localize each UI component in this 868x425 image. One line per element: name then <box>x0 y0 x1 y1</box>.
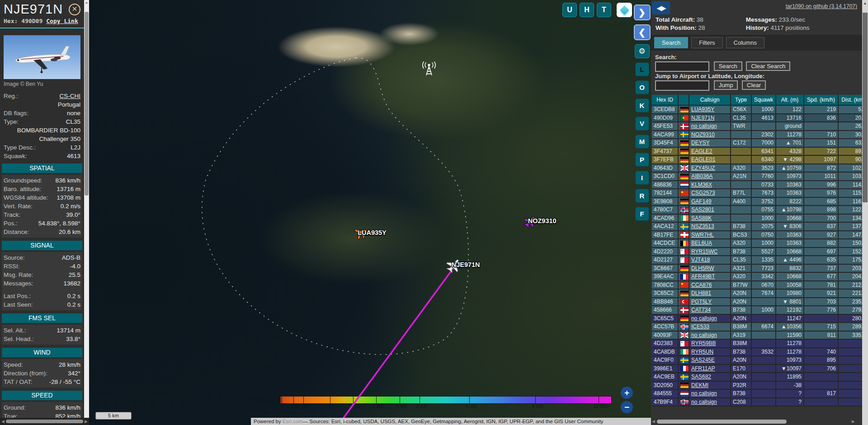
table-row[interactable]: 3D2050DEKMIP32R-38-17 <box>652 381 862 390</box>
tab-columns[interactable]: Columns <box>726 37 764 48</box>
callsign-link[interactable]: NJE971N <box>691 115 714 121</box>
letter-button-v[interactable]: V <box>635 117 649 131</box>
callsign-link[interactable]: AFR49BT <box>691 273 715 280</box>
search-button[interactable]: Search <box>714 61 742 71</box>
table-row[interactable]: 3986E1AFR11APE170▼10097706-23 <box>652 364 862 373</box>
callsign-link[interactable]: VJT418 <box>691 257 710 263</box>
column-header[interactable]: Squawk <box>751 95 776 105</box>
search-input[interactable] <box>655 61 709 72</box>
scrollbar-thumb[interactable] <box>85 12 89 196</box>
table-row[interactable]: 4B17FESWR7HLBCS3075010363927147.3-24 <box>652 231 862 239</box>
callsign-link[interactable]: CAT734 <box>691 307 711 313</box>
callsign-link[interactable]: DLH5RW <box>691 265 714 271</box>
letter-button-r[interactable]: R <box>635 189 649 203</box>
column-header[interactable]: Alt. (m) <box>776 95 804 105</box>
table-horizontal-scrollbar[interactable]: ◀ ▶ <box>652 418 855 425</box>
table-header-row[interactable]: Hex IDCallsignTypeSquawkAlt. (m)Spd. (km… <box>652 95 862 105</box>
table-row[interactable]: 3CEDB8LUA935YC56X10001222195.5-4 <box>652 105 862 114</box>
table-row[interactable]: 7808CCCCA876B77W067010058781212.1-24 <box>652 281 862 290</box>
callsign-link[interactable]: no callsign <box>691 399 717 405</box>
letter-button-k[interactable]: K <box>635 98 649 112</box>
panel-width-toggle-button[interactable]: ◀▶ <box>652 1 670 14</box>
scroll-left-icon[interactable]: ◀ <box>1 419 5 424</box>
zoom-in-button[interactable]: + <box>621 387 633 399</box>
tab-filters[interactable]: Filters <box>691 37 722 48</box>
callsign-link[interactable]: SWR7HL <box>691 232 714 238</box>
close-icon[interactable]: ✕ <box>69 4 80 15</box>
callsign-link[interactable]: no callsign <box>691 332 717 338</box>
receiver-antenna-icon[interactable] <box>419 61 439 80</box>
scroll-right-icon[interactable]: ▶ <box>85 419 88 424</box>
collapse-sidebar-button[interactable]: ❮ <box>634 24 651 40</box>
table-row[interactable]: 4D2220RYR15WCB738552710668697152.5-24 <box>652 248 862 256</box>
table-row[interactable]: 4CC57BICE533B38M6674▲10356715289.7-22 <box>652 322 862 331</box>
letter-button-o[interactable]: O <box>635 80 649 94</box>
table-row[interactable]: 47B9F4no callsignC208?-23 <box>652 398 862 406</box>
callsign-link[interactable]: RYR5UN <box>691 349 713 355</box>
scroll-up-icon[interactable]: ▲ <box>84 0 89 5</box>
expand-sidebar-button[interactable]: ❯ <box>634 5 651 20</box>
column-header[interactable] <box>678 95 689 105</box>
map-button-t[interactable]: T <box>597 3 611 17</box>
callsign-link[interactable]: AFR11AP <box>691 365 715 372</box>
callsign-link[interactable]: ICE533 <box>691 323 709 330</box>
callsign-link[interactable]: no callsign <box>691 123 717 129</box>
table-row[interactable]: 4780C7SAS28010755▲10798898122.4-7 <box>652 205 862 214</box>
layers-button[interactable] <box>617 3 632 17</box>
letter-button-m[interactable]: M <box>635 135 649 149</box>
map-satellite-imagery[interactable]: U H T ❯ ❮ ⚙ LOKVMPIRF ALTITUDE (m) 01503… <box>89 0 651 425</box>
aircraft-marker-nje971n[interactable]: NJE971N <box>446 257 462 273</box>
jump-button[interactable]: Jump <box>714 80 738 90</box>
callsign-link[interactable]: RYR15WC <box>691 248 717 255</box>
callsign-link[interactable]: SAS682 <box>691 374 711 380</box>
callsign-link[interactable]: GAF149 <box>691 198 712 205</box>
column-header[interactable]: Dist. (km) <box>838 95 862 105</box>
column-header[interactable]: Hex ID <box>652 95 678 105</box>
table-row[interactable]: 3C65C2DLH881A20N767410980921221.4-22 <box>652 289 862 298</box>
callsign-link[interactable]: EZY45UZ <box>691 165 715 171</box>
table-row[interactable]: 40093Fno callsignA31911590811335.1-22 <box>652 331 862 340</box>
table-row[interactable]: 4ACA99NOZ931023021127871030.6-5 <box>652 131 862 139</box>
callsign-link[interactable]: SAS2801 <box>691 206 714 213</box>
table-row[interactable]: 4AC9F0SAS245EA20N10973895-24 <box>652 356 862 364</box>
table-row[interactable]: 3C65C5no callsignA20N11247280.0-24 <box>652 314 862 323</box>
callsign-link[interactable]: DLH881 <box>691 290 711 296</box>
aircraft-marker-lua935y[interactable]: LUA935Y <box>352 225 368 241</box>
callsign-link[interactable]: no callsign <box>691 315 717 322</box>
table-row[interactable]: 3F7EFBEAGLE016340▼ 4298109790.8-19 <box>652 155 862 164</box>
table-row[interactable]: 3C1CD0AIB036AA21N7760109731011103.9-11 <box>652 172 862 181</box>
left-panel-vertical-scrollbar[interactable]: ▲ <box>84 0 89 418</box>
table-row[interactable]: 4D2127VJT418CL351335▲ 4496635175.3-22 <box>652 256 862 264</box>
callsign-link[interactable]: CCA876 <box>691 282 712 288</box>
column-header[interactable]: Callsign <box>689 95 731 105</box>
table-row[interactable]: 45FE53no callsignTWRground26.0-23 <box>652 122 862 131</box>
table-row[interactable]: 4AC9EBSAS682A20N11895-25 <box>652 373 862 381</box>
right-panel-vertical-scrollbar[interactable]: ▲ <box>862 0 868 425</box>
letter-button-p[interactable]: P <box>635 153 649 167</box>
attribution-esri-link[interactable]: Esri.com <box>283 419 303 424</box>
callsign-link[interactable]: LUA935Y <box>691 106 714 112</box>
left-panel-horizontal-scrollbar[interactable]: ◀ ▶ <box>0 418 89 425</box>
callsign-link[interactable]: EAGLE2 <box>691 148 712 154</box>
tab-search[interactable]: Search <box>654 37 688 48</box>
map-button-h[interactable]: H <box>580 3 594 17</box>
table-row[interactable]: 486836KLM36X073310363996114.6-15 <box>652 181 862 189</box>
table-row[interactable]: 484555no callsignB738?817-26 <box>652 389 862 398</box>
column-header[interactable]: Spd. (km/h) <box>804 95 838 105</box>
table-row[interactable]: 4ACA12NSZ3513B7382075▼ 8306837137.9-23 <box>652 222 862 231</box>
scroll-left-icon[interactable]: ◀ <box>652 419 655 424</box>
table-row[interactable]: 4CA8DBRYR5UNB738353211278740-23 <box>652 348 862 356</box>
jump-input[interactable] <box>655 80 709 91</box>
callsign-link[interactable]: DEKMI <box>691 382 708 388</box>
zoom-out-button[interactable]: − <box>621 401 633 413</box>
aircraft-photo[interactable] <box>4 35 80 79</box>
table-row[interactable]: 3F4737EAGLE26341432872289.9-20 <box>652 147 862 156</box>
table-row[interactable]: 458666CAT734B738100012192776279.2-21 <box>652 306 862 314</box>
table-row[interactable]: 4CAD96SAS88K100010668700134.2-21 <box>652 214 862 223</box>
github-version-link[interactable]: tar1090 on github (3.14.1707) <box>786 3 857 9</box>
callsign-link[interactable]: AIB036A <box>691 173 712 179</box>
scrollbar-thumb[interactable] <box>863 13 868 202</box>
letter-button-l[interactable]: L <box>635 62 649 76</box>
table-row[interactable]: 3C6667DLH5RWA32177238832737203.6-24 <box>652 264 862 273</box>
letter-button-f[interactable]: F <box>635 207 649 221</box>
